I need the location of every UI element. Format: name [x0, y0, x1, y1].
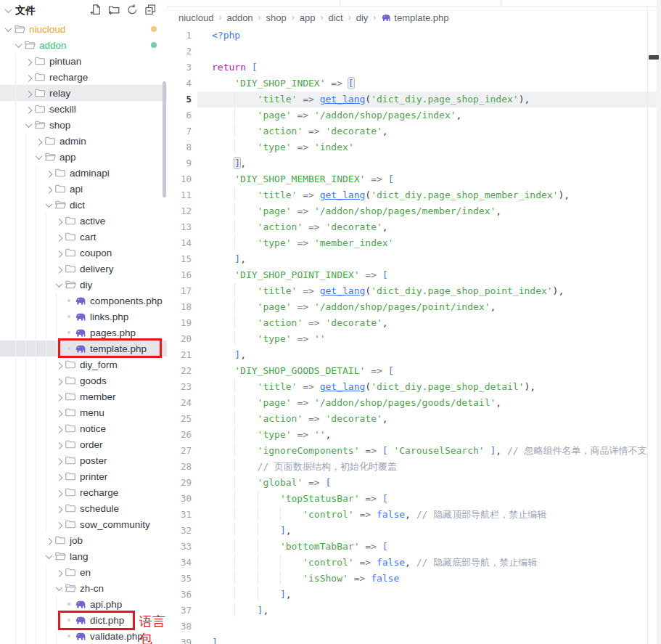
chevron-right-icon[interactable]	[25, 74, 32, 81]
code-line[interactable]: 22'DIY_SHOP_GOODS_DETAIL' => [	[167, 363, 661, 379]
code-line[interactable]: 12'page' => '/addon/shop/pages/member/in…	[167, 203, 661, 219]
tree-row-coupon[interactable]: coupon	[0, 245, 167, 261]
code-line[interactable]: 18'page' => '/addon/shop/pages/point/ind…	[167, 299, 661, 315]
tree-row-app[interactable]: app	[0, 149, 167, 165]
chevron-down-icon[interactable]	[35, 152, 42, 160]
chevron-right-icon[interactable]	[55, 521, 62, 529]
code-line[interactable]: 14'type' => 'member_index'	[167, 235, 661, 251]
code-line[interactable]: 33'bottomTabBar' => [	[167, 539, 661, 555]
code-line[interactable]: 9],	[167, 155, 661, 171]
chevron-right-icon[interactable]	[55, 505, 62, 513]
chevron-down-icon[interactable]	[45, 200, 52, 208]
code-line[interactable]: 19'action' => 'decorate',	[167, 315, 661, 331]
chevron-right-icon[interactable]	[55, 473, 62, 481]
code-line[interactable]: 31'control' => false, // 隐藏顶部导航栏，禁止编辑	[167, 507, 661, 523]
tree-row-cart[interactable]: cart	[0, 229, 167, 245]
code-line[interactable]: 28// 页面数据结构，初始化时覆盖	[167, 459, 661, 475]
code-editor[interactable]: 1<?php23return [4'DIY_SHOP_INDEX' => [5'…	[167, 28, 661, 644]
tree-row-sow-community[interactable]: sow_community	[0, 516, 167, 532]
chevron-right-icon[interactable]	[55, 409, 62, 417]
tree-row-components-php[interactable]: components.php	[0, 293, 167, 309]
chevron-right-icon[interactable]	[55, 362, 62, 369]
code-line[interactable]: 17'title' => get_lang('dict_diy.page_sho…	[167, 283, 661, 299]
breadcrumb-item-diy[interactable]: diy	[356, 12, 369, 23]
tree-row-seckill[interactable]: seckill	[0, 101, 167, 117]
tree-row-active[interactable]: active	[0, 213, 167, 229]
collapse-all-icon[interactable]	[144, 4, 157, 16]
code-line[interactable]: 20'type' => ''	[167, 331, 661, 347]
chevron-right-icon[interactable]	[25, 90, 32, 97]
tree-row-diy-form[interactable]: diy_form	[0, 356, 167, 372]
chevron-down-icon[interactable]	[25, 121, 32, 128]
chevron-right-icon[interactable]	[55, 441, 62, 449]
tree-row-menu[interactable]: menu	[0, 404, 167, 420]
chevron-right-icon[interactable]	[45, 186, 52, 193]
code-line[interactable]: 23'title' => get_lang('dict_diy.page_sho…	[167, 379, 661, 395]
code-line[interactable]: 6'page' => '/addon/shop/pages/index',	[167, 107, 661, 123]
tree-row-addon[interactable]: addon	[0, 37, 167, 53]
code-line[interactable]: 15],	[167, 251, 661, 267]
chevron-right-icon[interactable]	[35, 138, 42, 145]
chevron-right-icon[interactable]	[45, 170, 52, 177]
chevron-down-icon[interactable]	[45, 552, 52, 559]
code-line[interactable]: 13'action' => 'decorate',	[167, 219, 661, 235]
code-line[interactable]: 24'page' => '/addon/shop/pages/goods/det…	[167, 395, 661, 411]
tree-row-poster[interactable]: poster	[0, 452, 167, 468]
chevron-right-icon[interactable]	[55, 218, 62, 225]
code-line[interactable]: 29'global' => [	[167, 475, 661, 491]
breadcrumb-item-template-php[interactable]: template.php	[381, 12, 448, 23]
tree-row-job[interactable]: job	[0, 532, 167, 548]
tree-row-dict[interactable]: dict	[0, 197, 167, 213]
chevron-right-icon[interactable]	[55, 569, 62, 576]
tree-row-schedule[interactable]: schedule	[0, 500, 167, 516]
tree-row-delivery[interactable]: delivery	[0, 261, 167, 277]
code-line[interactable]: 16'DIY_SHOP_POINT_INDEX' => [	[167, 267, 661, 283]
tree-row-shop[interactable]: shop	[0, 117, 167, 133]
code-line[interactable]: 30'topStatusBar' => [	[167, 491, 661, 507]
tree-row-admin[interactable]: admin	[0, 133, 167, 149]
code-line[interactable]: 5'title' => get_lang('dict_diy.page_shop…	[167, 91, 661, 107]
tree-row-zh-cn[interactable]: zh-cn	[0, 580, 167, 596]
tree-scrollbar-thumb[interactable]	[163, 81, 166, 197]
code-line[interactable]: 26'type' => '',	[167, 427, 661, 443]
chevron-down-icon[interactable]	[4, 25, 12, 32]
scrollbar-track[interactable]	[657, 0, 661, 644]
code-line[interactable]: 27'ignoreComponents' => [ 'CarouselSearc…	[167, 443, 661, 459]
code-line[interactable]: 8'type' => 'index'	[167, 139, 661, 155]
chevron-right-icon[interactable]	[55, 234, 62, 241]
code-line[interactable]: 11'title' => get_lang('dict_diy.page_sho…	[167, 187, 661, 203]
code-line[interactable]: 4'DIY_SHOP_INDEX' => [	[167, 76, 661, 91]
tree-row-links-php[interactable]: links.php	[0, 309, 167, 325]
tree-row-niucloud[interactable]: niucloud	[0, 21, 167, 37]
tree-row-printer[interactable]: printer	[0, 468, 167, 484]
code-line[interactable]: 10'DIY_SHOP_MEMBER_INDEX' => [	[167, 171, 661, 187]
tree-row-relay[interactable]: relay	[0, 85, 167, 101]
tree-row-notice[interactable]: notice	[0, 420, 167, 436]
chevron-right-icon[interactable]	[55, 457, 62, 465]
tree-row-pages-php[interactable]: pages.php	[0, 325, 167, 341]
breadcrumb-item-niucloud[interactable]: niucloud	[178, 12, 213, 23]
chevron-down-icon[interactable]	[5, 6, 12, 13]
new-folder-icon[interactable]	[108, 4, 120, 16]
tree-row-pintuan[interactable]: pintuan	[0, 53, 167, 69]
breadcrumb-item-shop[interactable]: shop	[266, 12, 287, 23]
chevron-down-icon[interactable]	[55, 584, 62, 591]
chevron-right-icon[interactable]	[55, 425, 62, 433]
code-line[interactable]: 32],	[167, 523, 661, 539]
chevron-right-icon[interactable]	[55, 378, 62, 385]
tree-row-order[interactable]: order	[0, 436, 167, 452]
code-line[interactable]: 21],	[167, 347, 661, 363]
refresh-icon[interactable]	[126, 4, 139, 16]
tree-row-recharge[interactable]: recharge	[0, 69, 167, 85]
breadcrumb-item-addon[interactable]: addon	[226, 12, 253, 23]
new-file-icon[interactable]	[90, 4, 102, 16]
chevron-down-icon[interactable]	[15, 41, 22, 48]
code-line[interactable]: 25'action' => 'decorate',	[167, 411, 661, 427]
chevron-right-icon[interactable]	[45, 537, 52, 545]
code-line[interactable]: 37],	[167, 603, 661, 619]
tree-row-en[interactable]: en	[0, 564, 167, 580]
tree-row-member[interactable]: member	[0, 388, 167, 404]
breadcrumb-item-dict[interactable]: dict	[329, 12, 343, 23]
tree-row-adminapi[interactable]: adminapi	[0, 165, 167, 181]
code-line[interactable]: 1<?php	[167, 28, 661, 44]
